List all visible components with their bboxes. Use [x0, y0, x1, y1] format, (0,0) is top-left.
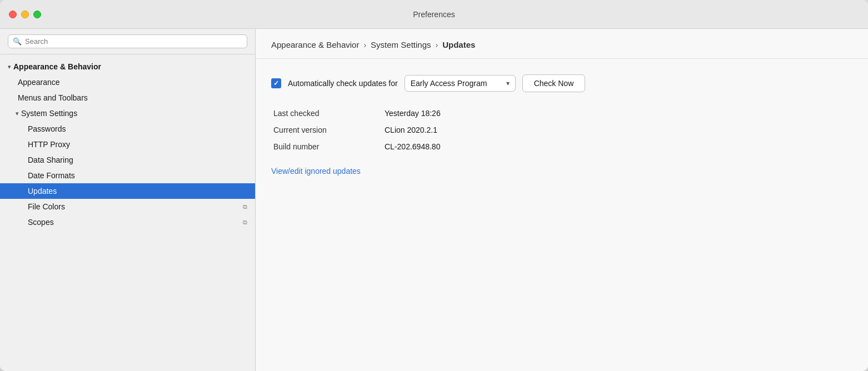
search-wrapper[interactable]: 🔍: [8, 34, 247, 48]
build-number-value: CL-202.6948.80: [385, 142, 852, 151]
close-button[interactable]: [9, 11, 17, 18]
sidebar-item-passwords[interactable]: Passwords: [0, 121, 255, 137]
preferences-window: Preferences 🔍 ▾ Appearance & Behavior Ap…: [0, 0, 868, 371]
sidebar: 🔍 ▾ Appearance & Behavior Appearance Men…: [0, 29, 256, 371]
breadcrumb-appearance-behavior: Appearance & Behavior: [271, 40, 359, 49]
breadcrumb-updates: Updates: [442, 40, 475, 49]
auto-check-row: ✓ Automatically check updates for Early …: [271, 74, 852, 92]
chevron-down-icon: ▾: [506, 79, 510, 87]
auto-check-checkbox[interactable]: ✓: [271, 78, 281, 88]
sidebar-item-updates-label: Updates: [28, 187, 57, 195]
maximize-button[interactable]: [33, 11, 41, 18]
chevron-down-icon: ▾: [16, 110, 19, 117]
sidebar-item-updates[interactable]: Updates: [0, 183, 255, 199]
sidebar-item-file-colors-label: File Colors: [28, 202, 65, 211]
breadcrumb: Appearance & Behavior › System Settings …: [256, 29, 868, 59]
sidebar-item-appearance[interactable]: Appearance: [0, 74, 255, 90]
sidebar-item-system-settings-label: System Settings: [21, 109, 77, 118]
auto-check-label: Automatically check updates for: [288, 79, 398, 88]
sidebar-section-appearance-behavior-label: Appearance & Behavior: [13, 62, 101, 71]
sidebar-item-system-settings-header[interactable]: ▾ System Settings: [0, 106, 255, 121]
update-info-grid: Last checked Yesterday 18:26 Current ver…: [271, 109, 852, 151]
sidebar-item-data-sharing-label: Data Sharing: [28, 156, 73, 164]
check-now-button[interactable]: Check Now: [522, 74, 586, 92]
sidebar-item-menus-toolbars-label: Menus and Toolbars: [18, 93, 88, 102]
last-checked-label: Last checked: [273, 109, 373, 118]
sidebar-item-file-colors[interactable]: File Colors ⧉: [0, 199, 255, 214]
search-input[interactable]: [25, 37, 242, 46]
sidebar-item-date-formats[interactable]: Date Formats: [0, 168, 255, 183]
current-version-value: CLion 2020.2.1: [385, 126, 852, 134]
minimize-button[interactable]: [21, 11, 29, 18]
checkmark-icon: ✓: [273, 79, 279, 87]
copy-icon: ⧉: [243, 203, 247, 210]
sidebar-navigation: ▾ Appearance & Behavior Appearance Menus…: [0, 54, 255, 371]
sidebar-item-http-proxy-label: HTTP Proxy: [28, 140, 70, 149]
view-edit-ignored-updates-link[interactable]: View/edit ignored updates: [271, 167, 361, 176]
breadcrumb-separator-1: ›: [363, 41, 366, 49]
dropdown-selected-value: Early Access Program: [411, 79, 502, 88]
sidebar-item-scopes[interactable]: Scopes ⧉: [0, 214, 255, 230]
current-version-label: Current version: [273, 126, 373, 134]
search-icon: 🔍: [13, 37, 22, 46]
traffic-lights: [9, 11, 41, 18]
search-bar: 🔍: [0, 29, 255, 54]
sidebar-item-appearance-behavior-header[interactable]: ▾ Appearance & Behavior: [0, 59, 255, 74]
sidebar-item-menus-toolbars[interactable]: Menus and Toolbars: [0, 90, 255, 106]
update-channel-dropdown[interactable]: Early Access Program ▾: [405, 75, 516, 92]
breadcrumb-system-settings: System Settings: [371, 40, 431, 49]
sidebar-item-date-formats-label: Date Formats: [28, 171, 75, 180]
sidebar-item-scopes-label: Scopes: [28, 218, 54, 227]
main-content: Appearance & Behavior › System Settings …: [256, 29, 868, 371]
build-number-label: Build number: [273, 142, 373, 151]
sidebar-item-passwords-label: Passwords: [28, 124, 66, 133]
checkbox-checked[interactable]: ✓: [271, 78, 281, 88]
breadcrumb-separator-2: ›: [436, 41, 438, 49]
window-title: Preferences: [413, 10, 455, 19]
copy-icon: ⧉: [243, 219, 247, 226]
title-bar: Preferences: [0, 0, 868, 29]
content-area: 🔍 ▾ Appearance & Behavior Appearance Men…: [0, 29, 868, 371]
sidebar-item-appearance-label: Appearance: [18, 78, 60, 87]
sidebar-item-data-sharing[interactable]: Data Sharing: [0, 152, 255, 168]
settings-panel: ✓ Automatically check updates for Early …: [256, 59, 868, 371]
last-checked-value: Yesterday 18:26: [385, 109, 852, 118]
chevron-down-icon: ▾: [8, 63, 11, 71]
sidebar-item-http-proxy[interactable]: HTTP Proxy: [0, 137, 255, 152]
